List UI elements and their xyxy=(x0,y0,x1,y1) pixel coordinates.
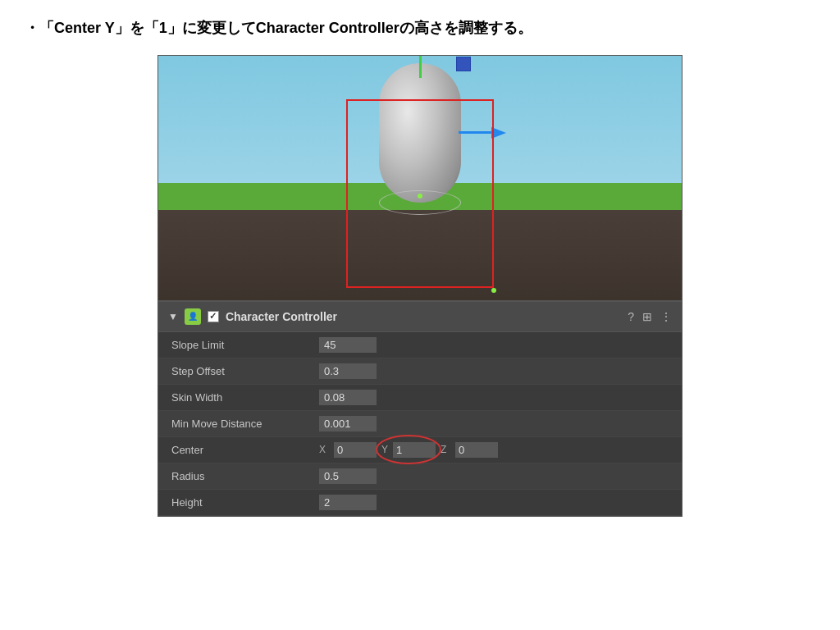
center-y-input[interactable] xyxy=(393,442,436,458)
header-icons: ? ⊞ ⋮ xyxy=(628,310,672,323)
center-row: Center X Y Z xyxy=(158,437,682,463)
radius-label: Radius xyxy=(171,470,319,482)
x-label: X xyxy=(319,444,329,455)
help-icon[interactable]: ? xyxy=(628,310,634,323)
blue-cube xyxy=(456,57,471,71)
component-icon-symbol: 👤 xyxy=(188,312,198,321)
slope-limit-row: Slope Limit xyxy=(158,332,682,358)
y-label: Y xyxy=(381,444,391,455)
content-area: ▼ 👤 ✓ Character Controller ? ⊞ ⋮ Slope L… xyxy=(25,55,815,517)
component-icon: 👤 xyxy=(185,308,201,325)
instruction-text: ・「Center Y」を「1」に変更してCharacter Controller… xyxy=(25,16,815,40)
inspector-header: ▼ 👤 ✓ Character Controller ? ⊞ ⋮ xyxy=(158,302,682,332)
y-field-container: Y xyxy=(381,442,436,458)
height-label: Height xyxy=(171,496,319,509)
step-offset-label: Step Offset xyxy=(171,365,319,377)
inspector-panel: ▼ 👤 ✓ Character Controller ? ⊞ ⋮ Slope L… xyxy=(158,301,682,517)
skin-width-label: Skin Width xyxy=(171,391,319,404)
checkmark: ✓ xyxy=(209,311,217,322)
enabled-checkbox[interactable]: ✓ xyxy=(208,311,219,322)
page-container: ・「Center Y」を「1」に変更してCharacter Controller… xyxy=(0,0,840,630)
center-xyz-values: X Y Z xyxy=(319,442,669,458)
slope-limit-label: Slope Limit xyxy=(171,339,319,351)
more-icon[interactable]: ⋮ xyxy=(660,310,672,323)
step-offset-input[interactable] xyxy=(319,363,377,379)
min-move-distance-label: Min Move Distance xyxy=(171,418,319,430)
scene-view xyxy=(158,55,682,301)
collapse-arrow[interactable]: ▼ xyxy=(168,311,178,322)
center-x-input[interactable] xyxy=(334,442,377,458)
selection-box xyxy=(346,99,494,288)
radius-input[interactable] xyxy=(319,468,377,484)
skin-width-input[interactable] xyxy=(319,390,377,405)
skin-width-row: Skin Width xyxy=(158,385,682,411)
box-corner-dot xyxy=(491,288,496,293)
radius-row: Radius xyxy=(158,463,682,490)
component-title: Character Controller xyxy=(226,310,621,323)
center-label: Center xyxy=(171,444,319,456)
slope-limit-input[interactable] xyxy=(319,337,377,353)
step-offset-row: Step Offset xyxy=(158,358,682,385)
settings-icon[interactable]: ⊞ xyxy=(642,310,652,323)
center-z-input[interactable] xyxy=(455,442,498,458)
min-move-distance-input[interactable] xyxy=(319,416,377,431)
height-row: Height xyxy=(158,490,682,516)
height-input[interactable] xyxy=(319,495,377,510)
z-label: Z xyxy=(441,444,450,455)
min-move-distance-row: Min Move Distance xyxy=(158,411,682,437)
